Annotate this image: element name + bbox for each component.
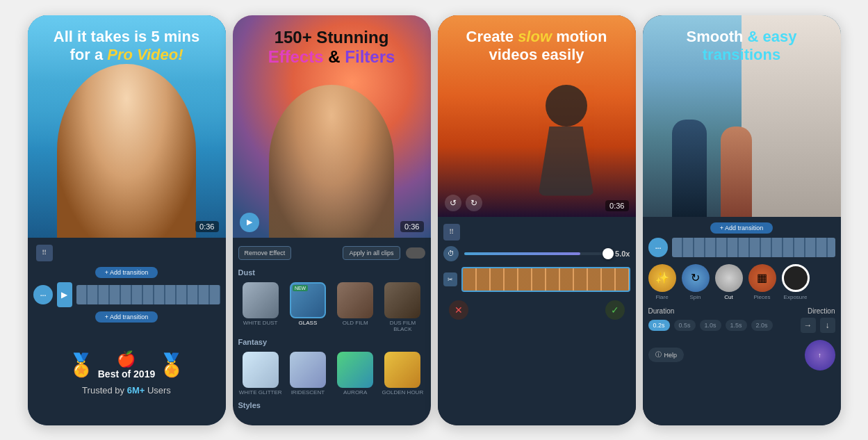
new-badge: NEW [293,285,308,291]
card2-top: 150+ Stunning Effects & Filters 0:36 ▶ [233,15,431,238]
effect-thumb-dus-film [384,282,420,318]
transition-spin[interactable]: ↻ Spin [682,264,710,300]
card1-timeline1: ··· ▶ [33,282,220,307]
exposure-label: Exposure [784,294,808,300]
add-transition-2[interactable]: + Add transition [95,311,158,323]
effect-old-film[interactable]: OLD FILM [333,282,377,332]
effect-label-dus-film: DUS FILM BLACK [380,320,425,332]
effect-white-dust[interactable]: WHITE DUST [238,282,283,332]
card1-top: All it takes is 5 mins for a Pro Video! … [28,15,226,238]
duration-controls: 0.2s 0.5s 1.0s 1.5s 2.0s → ↓ [648,318,835,333]
duration-header: Duration Direction [648,307,835,315]
effect-aurora[interactable]: AURORA [333,352,377,396]
effect-iridescent[interactable]: IRIDESCENT [286,352,330,396]
card3-undo-redo: ↺ ↻ [445,195,482,211]
cut-label: Cut [724,294,732,300]
transition-flare[interactable]: ✨ Flare [648,264,676,300]
speed-value: 5.0x [615,250,630,258]
trusted-prefix: Trusted by [82,385,127,396]
award-badge: 🏅 🍎 Best of 2019 🏅 [67,350,186,380]
phone-card-3: Create slow motion videos easily ↺ ↻ 0:3… [438,15,636,425]
card3-bottom: ⠿ ⏱ 5.0x ✂ ✕ ✓ [438,217,636,425]
effect-thumb-golden [384,352,420,388]
phone-card-4: Smooth & easy transitions + Add transiti… [643,15,841,425]
card2-line2: Effects & Filters [233,47,431,67]
effects-text: Effects [268,47,324,66]
smooth-text: Smooth [687,28,744,45]
effect-glass[interactable]: NEW GLASS [286,282,330,332]
confirm-btn[interactable]: ✓ [605,300,625,320]
card3-line2: videos easily [438,46,636,64]
cut-icon [715,264,743,292]
card4-bottom: + Add transition ··· ✨ Flare ↻ Spin Cut [643,217,841,425]
card1-pro-highlight: Pro Video! [107,46,183,63]
card1-controls: ⠿ [33,243,220,263]
direction-title: Direction [808,307,835,315]
card4-film-strip [672,238,835,257]
spin-label: Spin [689,294,701,300]
card1-headline: All it takes is 5 mins for a Pro Video! [28,28,226,65]
speed-slider-track[interactable] [464,252,610,255]
trim-filmstrip[interactable] [461,267,630,292]
help-btn[interactable]: ⓘ Help [648,348,685,362]
action-buttons: ✕ ✓ [443,298,630,323]
effect-white-glitter[interactable]: WHITE GLITTER [238,352,283,396]
arrow-btn[interactable]: ▶ [57,282,72,307]
effect-thumb-glass: NEW [290,282,326,318]
cancel-btn[interactable]: ✕ [449,300,468,320]
transitions-grid: ✨ Flare ↻ Spin Cut ▦ Pieces Exposure [648,261,835,303]
add-transition-1[interactable]: + Add transition [95,267,158,278]
card3-headline: Create slow motion videos easily [438,28,636,64]
export-btn[interactable]: ↑ [805,340,835,370]
effect-label-iridescent: IRIDESCENT [291,389,325,396]
card4-add-transition[interactable]: + Add transition [710,222,773,234]
redo-btn[interactable]: ↻ [466,195,482,211]
card4-menu-dots[interactable]: ··· [648,238,668,257]
effects-toolbar: Remove Effect Apply in all clips [238,243,425,263]
duration-1-5s[interactable]: 1.5s [726,320,747,331]
card2-play-btn[interactable]: ▶ [240,213,259,232]
dir-down-btn[interactable]: ↓ [820,318,835,333]
phone-card-1: All it takes is 5 mins for a Pro Video! … [28,15,226,425]
effect-thumb-aurora [337,352,373,388]
menu-dots-btn[interactable]: ··· [33,285,53,304]
duration-1-0s[interactable]: 1.0s [700,320,721,331]
phone-card-2: 150+ Stunning Effects & Filters 0:36 ▶ R… [233,15,431,425]
couple-silhouette [672,78,811,217]
transition-exposure[interactable]: Exposure [782,264,810,300]
effect-dus-film[interactable]: DUS FILM BLACK [380,282,425,332]
apply-all-btn[interactable]: Apply in all clips [343,246,400,260]
trusted-suffix: Users [145,385,171,396]
card4-timeline: ··· [648,238,835,257]
laurel-left: 🏅 [67,354,95,376]
transition-cut[interactable]: Cut [715,264,743,300]
spin-icon: ↻ [682,264,710,292]
card2-bottom: Remove Effect Apply in all clips Dust WH… [233,238,431,425]
duration-options: 0.2s 0.5s 1.0s 1.5s 2.0s [648,320,773,331]
duration-0-2s[interactable]: 0.2s [648,320,670,331]
trim-icon: ✂ [443,272,457,286]
apply-toggle[interactable] [406,247,425,259]
transition-pieces[interactable]: ▦ Pieces [748,264,776,300]
dir-right-btn[interactable]: → [801,318,816,333]
laurel-right: 🏅 [158,354,186,376]
undo-btn[interactable]: ↺ [445,195,461,211]
effect-label-glitter: WHITE GLITTER [239,389,282,396]
flare-icon: ✨ [648,264,676,292]
exposure-icon [782,264,810,292]
effect-golden-hour[interactable]: GOLDEN HOUR [380,352,425,396]
card1-bottom: ⠿ + Add transition ··· ▶ + Add transitio… [28,238,226,425]
trim-controls: ✂ [443,267,630,292]
duration-title: Duration [648,307,675,315]
card3-timer: 0:36 [605,200,628,211]
grid-icon-3[interactable]: ⠿ [443,224,460,241]
duration-2-0s[interactable]: 2.0s [751,320,773,331]
trusted-text: Trusted by 6M+ Users [82,385,171,396]
card3-controls: ⠿ [443,224,630,241]
duration-0-5s[interactable]: 0.5s [674,320,696,331]
remove-effect-btn[interactable]: Remove Effect [238,246,292,260]
direction-buttons: → ↓ [801,318,835,333]
grid-icon[interactable]: ⠿ [36,245,53,261]
duration-section: Duration Direction 0.2s 0.5s 1.0s 1.5s 2… [648,307,835,333]
speed-thumb[interactable] [603,248,614,259]
